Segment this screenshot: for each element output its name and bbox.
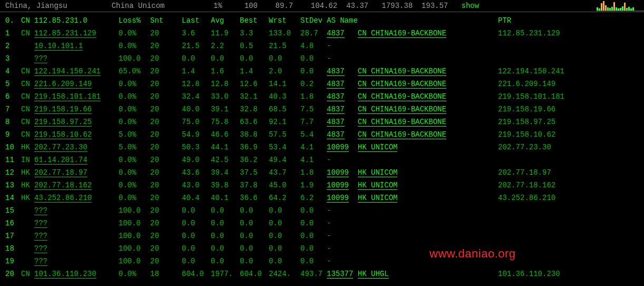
table-row[interactable]: 14HK43.252.86.2100.0%2040.440.136.664.26… — [5, 192, 639, 204]
table-row[interactable]: 10HK202.77.23.305.0%2050.344.136.953.44.… — [5, 141, 639, 154]
asn-number[interactable]: 4837 — [327, 92, 345, 101]
asn-number[interactable]: 4837 — [327, 130, 345, 139]
ip-link[interactable]: ??? — [34, 244, 47, 253]
asn-name[interactable]: HK UNICOM — [358, 143, 398, 152]
table-row[interactable]: 3???100.0200.00.00.00.00.0- — [5, 52, 639, 65]
cell-ip[interactable]: ??? — [34, 219, 119, 227]
asn-number[interactable]: 10099 — [327, 143, 349, 152]
table-row[interactable]: 7CN219.158.19.660.0%2040.039.132.868.57.… — [5, 103, 639, 116]
ip-link[interactable]: 10.10.101.1 — [34, 42, 83, 51]
asn-number[interactable]: 10099 — [327, 168, 349, 177]
cell-snt: 20 — [150, 181, 182, 189]
ip-link[interactable]: 219.158.101.181 — [34, 92, 101, 101]
cell-ip[interactable]: 202.77.18.162 — [34, 181, 119, 189]
asn-number[interactable]: 4837 — [327, 29, 345, 38]
table-row[interactable]: 16???100.0200.00.00.00.00.0- — [5, 217, 639, 230]
table-row[interactable]: 19???100.0200.00.00.00.00.0- — [5, 255, 639, 268]
cell-ip[interactable]: 112.85.231.129 — [34, 29, 119, 37]
cell-hop: 19 — [5, 257, 21, 265]
asn-number[interactable]: 10099 — [327, 194, 349, 203]
table-row[interactable]: 18???100.0200.00.00.00.00.0- — [5, 242, 639, 255]
asn-name[interactable]: CN CHINA169-BACKBONE — [358, 105, 446, 114]
ip-link[interactable]: 219.158.19.66 — [34, 105, 92, 114]
ip-link[interactable]: 43.252.86.210 — [34, 194, 92, 203]
cell-ip[interactable]: 219.158.19.66 — [34, 105, 119, 113]
asn-number[interactable]: 135377 — [327, 270, 353, 279]
asn-name[interactable]: CN CHINA169-BACKBONE — [358, 29, 446, 38]
cell-ip[interactable]: 221.6.209.149 — [34, 80, 119, 88]
cell-ip[interactable]: 202.77.18.97 — [34, 168, 119, 177]
cell-ip[interactable]: 219.158.10.62 — [34, 130, 119, 139]
cell-ip[interactable]: 43.252.86.210 — [34, 194, 119, 202]
table-row[interactable]: 5CN221.6.209.1490.0%2012.812.812.614.10.… — [5, 78, 639, 90]
cell-snt: 20 — [150, 54, 182, 63]
asn-name[interactable]: CN CHINA169-BACKBONE — [358, 92, 446, 101]
ip-link[interactable]: ??? — [34, 257, 47, 266]
cell-stdev: 5.4 — [300, 130, 327, 139]
table-row[interactable]: 11IN61.14.201.740.0%2049.042.536.249.44.… — [5, 154, 639, 166]
cell-ip[interactable]: 122.194.150.241 — [34, 67, 119, 75]
ip-link[interactable]: 202.77.18.97 — [34, 168, 87, 177]
cell-ptr: 112.85.231.129 — [498, 29, 639, 37]
ip-link[interactable]: 221.6.209.149 — [34, 80, 92, 89]
ip-link[interactable]: ??? — [34, 54, 47, 63]
cell-ip[interactable]: 219.158.97.25 — [34, 118, 119, 126]
cell-ip[interactable]: ??? — [34, 54, 119, 63]
ip-link[interactable]: 202.77.18.162 — [34, 181, 92, 190]
table-row[interactable]: 9CN219.158.10.625.0%2054.946.638.857.55.… — [5, 128, 639, 141]
cell-best: 604.0 — [240, 270, 269, 278]
ip-link[interactable]: 112.85.231.129 — [34, 29, 96, 38]
asn-name[interactable]: CN CHINA169-BACKBONE — [358, 118, 446, 127]
asn-name[interactable]: HK UNICOM — [358, 194, 398, 203]
cell-avg: 1977. — [211, 270, 240, 278]
ip-link[interactable]: 122.194.150.241 — [34, 67, 101, 76]
ip-link[interactable]: ??? — [34, 232, 47, 241]
asn-number[interactable]: 4837 — [327, 118, 345, 127]
asn-name[interactable]: HK UHGL — [358, 270, 389, 279]
cell-ip[interactable]: 61.14.201.74 — [34, 156, 119, 164]
asn-name[interactable]: HK UNICOM — [358, 181, 398, 190]
table-row[interactable]: 20CN101.36.110.2300.0%18604.01977.604.02… — [5, 268, 639, 280]
cell-ip[interactable]: 10.10.101.1 — [34, 42, 119, 50]
table-row[interactable]: 12HK202.77.18.970.0%2043.639.437.543.71.… — [5, 166, 639, 179]
hdr-std: StDev — [300, 16, 327, 25]
asn-number[interactable]: 4837 — [327, 105, 345, 114]
cell-best: 0.0 — [240, 232, 269, 240]
cell-ip[interactable]: ??? — [34, 257, 119, 265]
table-row[interactable]: 1CN112.85.231.1290.0%203.611.93.3133.028… — [5, 27, 639, 40]
cell-ip[interactable]: 101.36.110.230 — [34, 270, 119, 278]
summary-location: China, Jiangsu — [5, 2, 67, 10]
ip-link[interactable]: 202.77.23.30 — [34, 143, 87, 152]
show-toggle[interactable]: show — [462, 2, 480, 10]
cell-ip[interactable]: ??? — [34, 232, 119, 240]
cell-ip[interactable]: 219.158.101.181 — [34, 92, 119, 101]
cell-stdev: 1.8 — [300, 92, 327, 101]
cell-ip[interactable]: 202.77.23.30 — [34, 143, 119, 151]
cell-hop: 10 — [5, 143, 21, 151]
asn-number[interactable]: 10099 — [327, 181, 349, 190]
cell-ip[interactable]: ??? — [34, 244, 119, 253]
asn-name[interactable]: HK UNICOM — [358, 168, 398, 177]
ip-link[interactable]: 219.158.97.25 — [34, 118, 92, 127]
asn-number[interactable]: 4837 — [327, 80, 345, 89]
table-row[interactable]: 17???100.0200.00.00.00.00.0- — [5, 230, 639, 242]
table-row[interactable]: 15???100.0200.00.00.00.00.0- — [5, 204, 639, 217]
asn-number[interactable]: 4837 — [327, 67, 345, 76]
table-row[interactable]: 8CN219.158.97.250.0%2075.075.863.692.17.… — [5, 116, 639, 128]
asn-name[interactable]: CN CHINA169-BACKBONE — [358, 130, 446, 139]
ip-link[interactable]: ??? — [34, 206, 47, 215]
ip-link[interactable]: 101.36.110.230 — [34, 270, 96, 279]
table-row[interactable]: 13HK202.77.18.1620.0%2043.039.837.845.01… — [5, 179, 639, 192]
table-row[interactable]: 4CN122.194.150.24165.0%201.41.61.42.00.0… — [5, 65, 639, 78]
table-row[interactable]: 6CN219.158.101.1810.0%2032.433.032.140.3… — [5, 90, 639, 103]
ip-link[interactable]: 219.158.10.62 — [34, 130, 92, 139]
cell-best: 0.0 — [240, 244, 269, 253]
cell-ip[interactable]: ??? — [34, 206, 119, 215]
cell-snt: 20 — [150, 92, 182, 101]
ip-link[interactable]: ??? — [34, 219, 47, 228]
table-row[interactable]: 210.10.101.10.0%2021.52.20.521.54.8- — [5, 40, 639, 52]
asn-name[interactable]: CN CHINA169-BACKBONE — [358, 80, 446, 89]
ip-link[interactable]: 61.14.201.74 — [34, 156, 87, 165]
cell-hop: 18 — [5, 244, 21, 253]
asn-name[interactable]: CN CHINA169-BACKBONE — [358, 67, 446, 76]
